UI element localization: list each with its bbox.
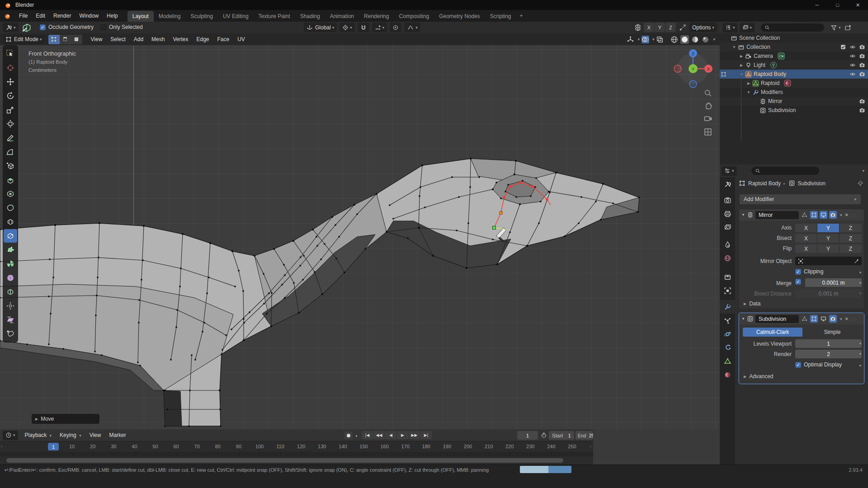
properties-tab-render[interactable] xyxy=(720,193,735,207)
symmetry-x-button[interactable]: X xyxy=(644,23,654,32)
timeline-scrollbar[interactable] xyxy=(6,458,563,463)
play-button[interactable]: ▶ xyxy=(397,431,408,439)
zoom-tool-icon[interactable] xyxy=(703,89,712,98)
properties-tab-modifiers[interactable] xyxy=(720,300,735,314)
select-mode-edge[interactable] xyxy=(60,35,71,44)
properties-tab-scene[interactable] xyxy=(720,238,735,251)
camera-render-toggle-icon[interactable] xyxy=(859,98,865,104)
tool-annotate[interactable] xyxy=(4,131,17,145)
timeline-ruler[interactable]: 1 › ‹ 1020304050607080901001101201301401… xyxy=(0,441,593,452)
tool-knife[interactable] xyxy=(4,229,17,243)
eye-toggle-icon[interactable] xyxy=(849,44,856,50)
timeline-channel-area[interactable] xyxy=(0,452,593,456)
outliner-row-modifiers[interactable]: ▼Modifiers xyxy=(720,88,868,97)
minimize-button[interactable]: ─ xyxy=(807,0,827,10)
tool-edge-slide[interactable] xyxy=(4,285,17,299)
render-levels-field[interactable]: 2 xyxy=(795,350,862,358)
workspace-tab-layout[interactable]: Layout xyxy=(127,11,154,22)
subdivision-realtime-toggle[interactable] xyxy=(820,315,827,323)
properties-tab-view-layer[interactable] xyxy=(720,221,735,234)
camera-data-icon[interactable] xyxy=(778,52,785,60)
snap-toggle[interactable] xyxy=(358,23,369,32)
outliner-row-scene-collection[interactable]: Scene Collection xyxy=(720,33,868,42)
subdivision-panel-header[interactable]: ▼ Subdivision ▾ ✕ :::: xyxy=(739,313,864,324)
subdivision-extras-dropdown[interactable]: ▾ xyxy=(840,317,842,321)
operator-panel[interactable]: ▶ Move xyxy=(32,414,99,424)
advanced-subpanel[interactable]: ▶Advanced xyxy=(744,373,774,380)
use-preview-range-icon[interactable] xyxy=(541,432,547,438)
levels-viewport-field[interactable]: 1 xyxy=(795,339,862,348)
xray-toggle-icon[interactable] xyxy=(656,36,664,43)
mirror-bisect-z-button[interactable]: Z xyxy=(840,234,862,243)
show-gizmo-icon[interactable] xyxy=(627,36,634,43)
new-collection-icon[interactable] xyxy=(844,24,852,31)
outliner-row-raptoid-body[interactable]: ▼Raptoid Body xyxy=(720,70,868,79)
mirror-expand-icon[interactable]: ▼ xyxy=(741,213,745,217)
viewport-3d[interactable]: Edit Mode▾ ViewSelectAddMeshVertexEdgeFa… xyxy=(0,33,720,429)
mirror-panel-header[interactable]: ▼ Mirror ▾ ✕ :::: xyxy=(739,209,864,221)
outliner-row-mirror[interactable]: Mirror xyxy=(720,97,868,106)
data-subpanel[interactable]: ▶Data xyxy=(744,300,761,307)
tool-spin[interactable] xyxy=(4,257,17,271)
material-icon[interactable] xyxy=(784,80,791,87)
timeline-menu-keying[interactable]: Keying ▾ xyxy=(56,430,85,440)
proportional-editing-toggle[interactable] xyxy=(390,23,401,32)
mirror-flip-x-button[interactable]: X xyxy=(795,244,817,253)
playhead[interactable]: 1 xyxy=(48,443,59,450)
expand-icon[interactable]: ▼ xyxy=(746,90,751,94)
properties-tab-collection[interactable] xyxy=(720,270,735,284)
catmull-clark-button[interactable]: Catmull-Clark xyxy=(743,328,802,337)
tool-move[interactable] xyxy=(4,75,17,89)
mirror-axis-z-button[interactable]: Z xyxy=(840,224,862,232)
tool-add-cube[interactable] xyxy=(4,159,17,173)
mirror-flip-y-button[interactable]: Y xyxy=(817,244,840,253)
subdivision-close-icon[interactable]: ✕ xyxy=(844,316,848,321)
properties-search[interactable] xyxy=(751,167,819,175)
outliner-row-light[interactable]: ▶Light xyxy=(720,61,868,70)
tool-loop-cut[interactable] xyxy=(4,215,17,229)
frame-end-field[interactable]: End250 xyxy=(576,431,593,440)
properties-tab-tool[interactable] xyxy=(720,177,735,191)
expand-icon[interactable]: ▼ xyxy=(739,72,744,76)
tool-transform[interactable] xyxy=(4,117,17,131)
proportional-projected-icon[interactable] xyxy=(679,23,687,32)
tool-cursor[interactable] xyxy=(4,61,17,75)
orientation-dropdown[interactable]: Global▾ xyxy=(304,23,337,32)
auto-keying-toggle[interactable] xyxy=(344,432,353,439)
menu-help[interactable]: Help xyxy=(103,11,122,21)
subdivision-editmode-toggle[interactable] xyxy=(810,315,818,323)
outliner-row-raptoid[interactable]: ▶Raptoid xyxy=(720,79,868,88)
workspace-tab-shading[interactable]: Shading xyxy=(295,11,325,22)
only-selected-checkbox[interactable]: Only Selected xyxy=(100,24,143,30)
tool-extrude-region[interactable] xyxy=(4,173,17,187)
eye-toggle-icon[interactable] xyxy=(849,71,856,77)
filter-icon[interactable] xyxy=(830,24,837,31)
timeline-collapse-icon[interactable]: ‹ xyxy=(590,444,591,449)
properties-tab-constraints[interactable] xyxy=(720,341,735,354)
active-tool-dropdown[interactable]: ▾ xyxy=(3,23,19,32)
camera-render-toggle-icon[interactable] xyxy=(859,44,865,50)
mirror-object-field[interactable] xyxy=(795,257,862,265)
subdivision-oncage-toggle[interactable] xyxy=(801,315,808,323)
navigation-gizmo[interactable]: Z X Y xyxy=(668,40,718,89)
tool-rotate[interactable] xyxy=(4,89,17,103)
workspace-tab-rendering[interactable]: Rendering xyxy=(359,11,394,22)
workspace-tab-uv-editing[interactable]: UV Editing xyxy=(218,11,254,22)
tool-poly-build[interactable] xyxy=(4,243,17,257)
camera-render-toggle-icon[interactable] xyxy=(859,53,865,59)
add-workspace-button[interactable]: + xyxy=(516,11,527,21)
eye-toggle-icon[interactable] xyxy=(849,62,856,68)
viewport-menu-face[interactable]: Face xyxy=(213,34,233,44)
camera-render-toggle-icon[interactable] xyxy=(859,71,865,77)
tool-smooth[interactable] xyxy=(4,271,17,285)
select-mode-face[interactable] xyxy=(71,35,82,44)
raptoid-mesh[interactable] xyxy=(0,33,720,429)
menu-file[interactable]: File xyxy=(15,11,32,21)
workspace-tab-animation[interactable]: Animation xyxy=(325,11,359,22)
expand-icon[interactable]: ▶ xyxy=(739,63,744,67)
toggle-ortho-icon[interactable] xyxy=(703,127,712,136)
workspace-tab-compositing[interactable]: Compositing xyxy=(394,11,434,22)
play-reverse-button[interactable]: ◀ xyxy=(385,431,396,439)
tool-scale[interactable] xyxy=(4,103,17,117)
clipping-checkbox[interactable]: ✓Clipping xyxy=(795,268,823,275)
